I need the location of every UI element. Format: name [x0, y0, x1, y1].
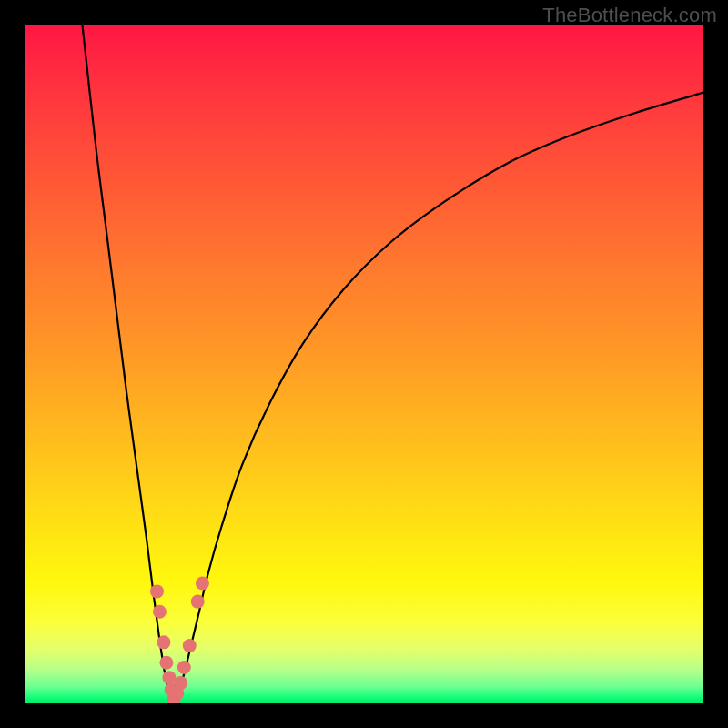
marker-dot — [191, 595, 205, 609]
marker-dot — [196, 576, 209, 590]
curve-right — [173, 93, 703, 703]
watermark-text: TheBottleneck.com — [542, 4, 717, 27]
plot-area — [25, 25, 703, 703]
marker-dot — [159, 656, 173, 670]
chart-frame: TheBottleneck.com — [0, 0, 728, 728]
series-left-branch — [82, 25, 173, 703]
marker-dot — [157, 635, 170, 649]
marker-dot — [183, 639, 197, 652]
series-right-branch — [173, 93, 703, 703]
marker-layer — [150, 576, 209, 703]
chart-svg — [25, 25, 703, 703]
marker-dot — [174, 676, 187, 690]
marker-dot — [153, 605, 167, 619]
marker-dot — [177, 661, 191, 674]
curve-left — [82, 25, 173, 703]
marker-dot — [150, 584, 164, 598]
